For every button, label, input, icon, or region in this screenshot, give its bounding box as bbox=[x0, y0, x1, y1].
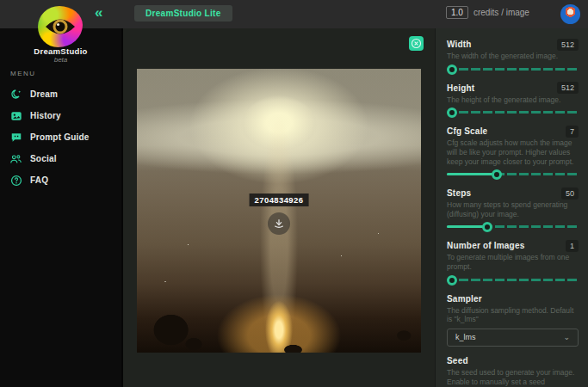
credits-label: credits / image bbox=[473, 8, 529, 17]
number-of-images-description: To generate multiple images from one pro… bbox=[447, 253, 579, 271]
height-slider[interactable] bbox=[447, 108, 579, 117]
sidebar-item-dream[interactable]: Dream bbox=[0, 83, 121, 105]
brand-name: DreamStudio bbox=[0, 46, 121, 56]
height-value-badge: 512 bbox=[557, 82, 579, 94]
sampler-label: Sampler bbox=[447, 294, 482, 304]
sidebar: DreamStudio beta MENU DreamHistoryPrompt… bbox=[0, 28, 121, 387]
steps-description: How many steps to spend generating (diff… bbox=[447, 200, 579, 218]
setting-header: Steps50 bbox=[447, 187, 579, 199]
setting-header: Width512 bbox=[447, 39, 579, 50]
collapse-sidebar-icon[interactable]: « bbox=[95, 4, 101, 22]
credits-indicator: 1.0 credits / image bbox=[446, 6, 529, 19]
eye-icon bbox=[44, 15, 77, 38]
sampler-dropdown[interactable]: k_lms⌄ bbox=[447, 329, 579, 347]
width-slider-handle[interactable] bbox=[447, 64, 457, 75]
setting-header: Cfg Scale7 bbox=[447, 126, 579, 137]
height-slider-handle[interactable] bbox=[447, 108, 457, 118]
width-description: The width of the generated image. bbox=[447, 52, 579, 61]
setting-seed: SeedThe seed used to generate your image… bbox=[447, 355, 579, 386]
steps-value-badge: 50 bbox=[561, 187, 579, 200]
width-slider[interactable] bbox=[447, 64, 579, 74]
sidebar-item-label: History bbox=[30, 111, 61, 120]
sidebar-menu: DreamHistoryPrompt GuideSocialFAQ bbox=[0, 83, 121, 191]
setting-sampler: SamplerThe diffusion sampling method. De… bbox=[447, 293, 579, 347]
users-icon bbox=[9, 152, 22, 165]
cfg-scale-slider-handle[interactable] bbox=[492, 169, 502, 180]
generated-image[interactable]: 2704834926 bbox=[137, 69, 421, 353]
setting-header: Height512 bbox=[447, 83, 579, 94]
number-of-images-slider[interactable] bbox=[447, 275, 579, 285]
dreamstudio-app: « DreamStudio Lite 1.0 credits / image D… bbox=[0, 0, 588, 387]
sampler-description: The diffusion sampling method. Default i… bbox=[447, 306, 579, 324]
sidebar-item-label: FAQ bbox=[30, 175, 48, 185]
cfg-scale-slider[interactable] bbox=[447, 169, 579, 179]
sampler-dropdown-value: k_lms bbox=[455, 333, 476, 341]
menu-section-label: MENU bbox=[10, 70, 36, 77]
seed-value-badge: 2704834926 bbox=[250, 194, 309, 206]
setting-header: Sampler bbox=[447, 293, 579, 304]
settings-panel: Width512The width of the generated image… bbox=[435, 28, 588, 387]
sidebar-item-label: Social bbox=[30, 154, 57, 163]
sidebar-item-prompt-guide[interactable]: Prompt Guide bbox=[0, 126, 121, 148]
question-circle-icon bbox=[9, 174, 22, 187]
number-of-images-label: Number of Images bbox=[447, 241, 524, 250]
number-of-images-value-badge: 1 bbox=[566, 240, 579, 252]
width-label: Width bbox=[447, 40, 472, 49]
moon-icon bbox=[9, 88, 22, 101]
sidebar-item-social[interactable]: Social bbox=[0, 148, 121, 169]
setting-cfg-scale: Cfg Scale7Cfg scale adjusts how much the… bbox=[447, 126, 579, 179]
sidebar-item-faq[interactable]: FAQ bbox=[0, 169, 121, 191]
top-bar: « DreamStudio Lite 1.0 credits / image bbox=[0, 0, 588, 28]
close-icon[interactable] bbox=[409, 36, 424, 51]
height-label: Height bbox=[447, 83, 474, 93]
download-icon[interactable] bbox=[268, 212, 290, 235]
setting-number-of-images: Number of Images1To generate multiple im… bbox=[447, 240, 579, 284]
slider-fill bbox=[447, 173, 497, 175]
number-of-images-slider-handle[interactable] bbox=[447, 275, 457, 286]
user-avatar[interactable] bbox=[560, 4, 580, 24]
slider-track[interactable] bbox=[447, 279, 579, 281]
slider-track[interactable] bbox=[447, 68, 579, 71]
setting-header: Seed bbox=[447, 355, 579, 366]
cfg-scale-label: Cfg Scale bbox=[447, 126, 487, 136]
slider-track[interactable] bbox=[447, 111, 579, 114]
credits-value: 1.0 bbox=[446, 6, 468, 19]
brand-beta-tag: beta bbox=[0, 56, 121, 64]
cfg-scale-value-badge: 7 bbox=[566, 126, 579, 138]
setting-steps: Steps50How many steps to spend generatin… bbox=[447, 187, 579, 231]
sidebar-item-label: Dream bbox=[30, 89, 58, 99]
seed-description: The seed used to generate your image. En… bbox=[447, 368, 579, 386]
sidebar-item-history[interactable]: History bbox=[0, 105, 121, 126]
sidebar-item-label: Prompt Guide bbox=[30, 132, 90, 142]
steps-label: Steps bbox=[447, 188, 471, 198]
chevron-down-icon: ⌄ bbox=[563, 333, 570, 341]
chat-quote-icon bbox=[9, 131, 22, 144]
cfg-scale-description: Cfg scale adjusts how much the image wil… bbox=[447, 138, 579, 166]
image-icon bbox=[9, 109, 22, 122]
steps-slider-handle[interactable] bbox=[482, 222, 492, 232]
steps-slider[interactable] bbox=[447, 222, 579, 231]
setting-height: Height512The height of the generated ima… bbox=[447, 83, 579, 118]
setting-header: Number of Images1 bbox=[447, 240, 579, 251]
height-description: The height of the generated image. bbox=[447, 95, 579, 105]
width-value-badge: 512 bbox=[557, 39, 579, 51]
dreamstudio-lite-button[interactable]: DreamStudio Lite bbox=[134, 5, 232, 22]
seed-label: Seed bbox=[447, 356, 468, 366]
slider-fill bbox=[447, 225, 487, 228]
viewer-area: 2704834926 bbox=[121, 28, 435, 387]
setting-width: Width512The width of the generated image… bbox=[447, 39, 579, 74]
